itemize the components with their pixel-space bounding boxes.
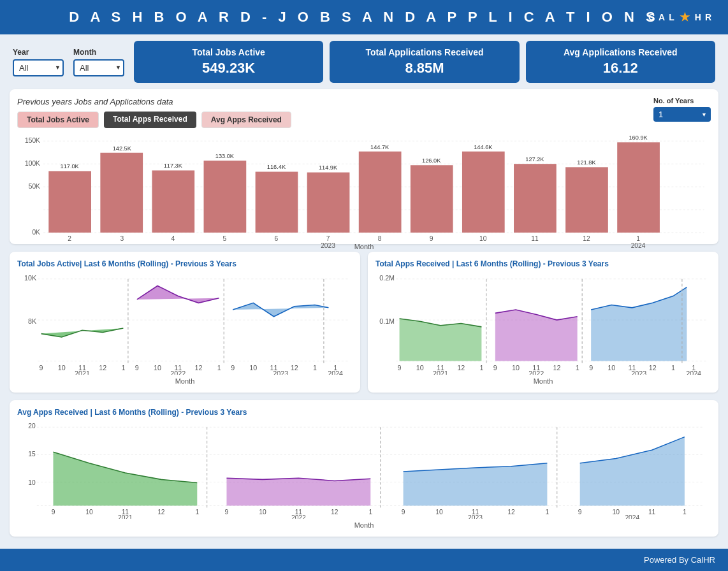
no-years-select-wrapper: 123 ▼	[653, 107, 711, 122]
svg-text:2024: 2024	[625, 514, 639, 519]
bar-9	[411, 165, 453, 233]
bar-1-2024	[617, 142, 660, 233]
year-select[interactable]: All 2021 2022 2023 2024	[13, 59, 64, 76]
svg-text:133.0K: 133.0K	[215, 153, 235, 159]
svg-text:9: 9	[493, 364, 497, 372]
svg-text:10: 10	[512, 364, 520, 372]
svg-text:9: 9	[430, 235, 433, 242]
svg-text:50K: 50K	[29, 183, 40, 190]
bar-5	[204, 161, 247, 233]
svg-text:8: 8	[378, 235, 382, 242]
chart3-title: Total Apps Received | Last 6 Months (Rol…	[375, 259, 711, 268]
svg-text:12: 12	[291, 364, 298, 372]
svg-marker-117	[404, 463, 548, 506]
svg-text:142.5K: 142.5K	[113, 145, 132, 152]
svg-marker-84	[591, 287, 687, 361]
svg-text:10: 10	[435, 509, 443, 516]
avg-apps-card: Avg Applications Received 16.12	[526, 41, 715, 83]
svg-text:9: 9	[225, 509, 229, 516]
bar-7	[307, 173, 350, 233]
no-years-select[interactable]: 123	[653, 107, 711, 122]
svg-text:2023: 2023	[321, 242, 335, 249]
svg-text:12: 12	[553, 364, 561, 372]
svg-text:2024: 2024	[631, 242, 646, 249]
svg-text:11: 11	[531, 235, 539, 242]
svg-text:121.8K: 121.8K	[577, 159, 596, 166]
chart1-header: Previous years Jobs and Applications dat…	[17, 97, 711, 134]
svg-text:117.0K: 117.0K	[61, 163, 80, 170]
svg-text:2023: 2023	[273, 370, 288, 375]
svg-text:1: 1	[217, 364, 221, 372]
svg-text:9: 9	[40, 364, 43, 372]
svg-text:11: 11	[648, 509, 656, 516]
svg-text:12: 12	[583, 235, 590, 242]
chart2-title: Total Jobs Active| Last 6 Months (Rollin…	[17, 259, 353, 268]
svg-text:9: 9	[578, 509, 582, 516]
svg-text:114.9K: 114.9K	[319, 164, 338, 171]
controls-row: Year All 2021 2022 2023 2024 Month All 1…	[0, 34, 728, 89]
year-filter-group: Year All 2021 2022 2023 2024	[13, 48, 64, 76]
svg-text:2021: 2021	[75, 370, 90, 375]
svg-text:2022: 2022	[291, 514, 306, 519]
svg-text:1: 1	[546, 509, 550, 516]
chart1-chart: 150K 100K 50K 0K 117.0K 2 142.5K 3 117.3…	[17, 134, 711, 236]
chart4-title: Avg Apps Received | Last 6 Months (Rolli…	[17, 408, 711, 417]
svg-text:12: 12	[99, 364, 106, 372]
svg-text:0.2M: 0.2M	[379, 274, 395, 282]
svg-text:3: 3	[120, 235, 124, 242]
bar-8	[359, 152, 402, 233]
svg-marker-101	[53, 452, 197, 505]
svg-marker-109	[226, 478, 370, 505]
chart1-legend: Total Jobs Active Total Apps Received Av…	[17, 112, 291, 128]
total-apps-value: 8.85M	[339, 60, 509, 76]
svg-text:0K: 0K	[32, 229, 40, 236]
area-2022-jobs	[137, 286, 219, 303]
svg-text:1: 1	[671, 364, 675, 372]
month-select[interactable]: All 1234 5678 9101112	[73, 59, 124, 76]
svg-marker-76	[495, 310, 578, 361]
bar-chart-svg: 150K 100K 50K 0K 117.0K 2 142.5K 3 117.3…	[17, 134, 711, 245]
month-filter-group: Month All 1234 5678 9101112	[73, 48, 124, 76]
svg-text:126.0K: 126.0K	[422, 157, 441, 164]
legend-apps[interactable]: Total Apps Received	[104, 112, 196, 128]
legend-jobs[interactable]: Total Jobs Active	[17, 112, 99, 128]
chart3-x-label: Month	[375, 377, 711, 385]
svg-text:9: 9	[231, 364, 235, 372]
rolling-row: Total Jobs Active| Last 6 Months (Rollin…	[10, 252, 718, 393]
svg-text:1: 1	[121, 364, 125, 372]
bar-3	[100, 153, 143, 233]
svg-text:116.4K: 116.4K	[267, 164, 286, 170]
chart3-section: Total Apps Received | Last 6 Months (Rol…	[368, 252, 718, 393]
page-header: D A S H B O A R D - J O B S A N D A P P …	[0, 0, 728, 34]
avg-apps-value: 16.12	[535, 60, 706, 76]
legend-avg[interactable]: Avg Apps Received	[201, 112, 291, 128]
svg-text:12: 12	[457, 364, 465, 372]
svg-text:10: 10	[608, 364, 615, 372]
chart1-left: Previous years Jobs and Applications dat…	[17, 97, 291, 134]
svg-text:144.6K: 144.6K	[474, 144, 493, 150]
svg-text:1: 1	[313, 364, 317, 372]
svg-text:100K: 100K	[25, 160, 40, 167]
svg-marker-125	[580, 437, 685, 506]
svg-text:2022: 2022	[528, 370, 544, 375]
svg-text:1: 1	[683, 509, 687, 516]
bar-2	[48, 171, 91, 232]
svg-text:10: 10	[154, 364, 161, 372]
chart4-section: Avg Apps Received | Last 6 Months (Rolli…	[10, 400, 718, 537]
svg-text:6: 6	[275, 235, 279, 242]
bar-11	[514, 164, 557, 233]
svg-text:2022: 2022	[170, 370, 186, 375]
svg-text:2: 2	[68, 235, 71, 242]
month-select-wrapper: All 1234 5678 9101112	[73, 59, 124, 76]
svg-text:9: 9	[52, 509, 55, 516]
chart3-svg: 0.2M 0.1M 9 10 11 12 1 2021 9 10 11 12 1…	[375, 272, 711, 375]
svg-text:10: 10	[259, 509, 266, 516]
no-years-label: No. of Years	[653, 97, 694, 105]
chart1-section: Previous years Jobs and Applications dat…	[10, 89, 718, 244]
svg-text:10: 10	[58, 364, 66, 372]
svg-text:12: 12	[507, 509, 515, 516]
svg-text:1: 1	[195, 509, 199, 516]
svg-text:9: 9	[398, 364, 402, 372]
svg-text:9: 9	[589, 364, 593, 372]
svg-text:10: 10	[249, 364, 257, 372]
